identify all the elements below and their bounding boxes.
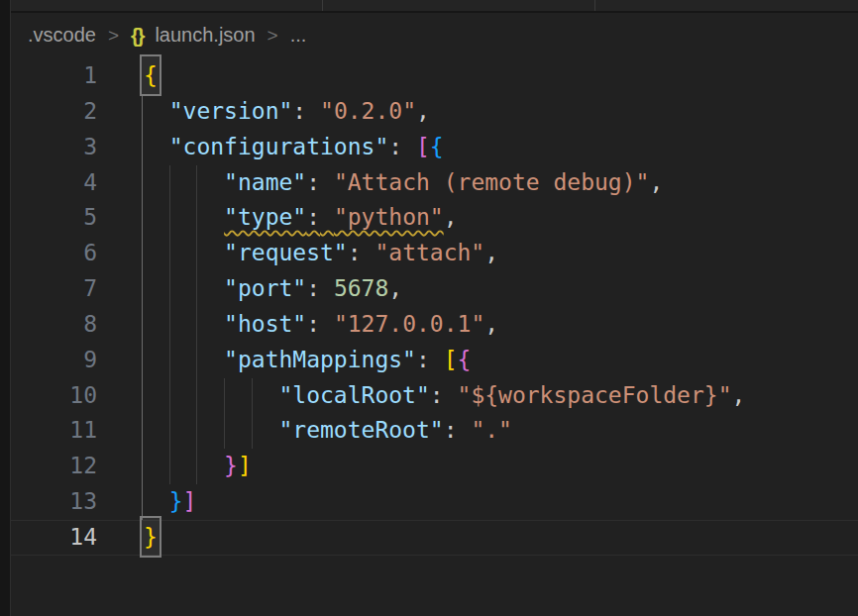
token [142, 98, 169, 124]
token [320, 169, 334, 195]
bracket-match: { [142, 56, 160, 94]
code-line[interactable]: 11 "remoteRoot": "." [11, 413, 858, 449]
token: : [306, 169, 320, 195]
line-number[interactable]: 6 [11, 236, 97, 271]
code-text: "request": "attach", [142, 236, 498, 271]
token: : [430, 382, 444, 408]
token: "type" [224, 204, 306, 230]
token: 5678 [334, 275, 388, 301]
token: , [484, 240, 498, 265]
code-text: "name": "Attach (remote debug)", [142, 165, 663, 201]
json-braces-icon: {} [131, 24, 143, 48]
token: , [416, 98, 430, 124]
chevron-right-icon: > [268, 25, 278, 47]
code-line[interactable]: 4 "name": "Attach (remote debug)", [11, 165, 858, 201]
line-number[interactable]: 2 [11, 94, 97, 130]
token: } [169, 488, 183, 514]
token: , [484, 311, 498, 337]
line-number[interactable]: 4 [11, 165, 97, 201]
breadcrumb: .vscode > {} launch.json > ... [11, 13, 858, 57]
breadcrumb-folder[interactable]: .vscode [28, 24, 96, 47]
token: "Attach (remote debug)" [334, 169, 650, 195]
line-number[interactable]: 3 [11, 130, 97, 165]
code-line[interactable]: 14} [11, 520, 858, 556]
tab-bar [0, 0, 858, 13]
token: [ [444, 347, 458, 372]
token [142, 417, 278, 443]
code-text: } [142, 520, 160, 556]
tab[interactable] [595, 0, 858, 11]
code-text: { [142, 58, 160, 94]
code-line[interactable]: 8 "host": "127.0.0.1", [11, 307, 858, 343]
code-text: "type": "python", [142, 200, 458, 236]
token: "name" [224, 169, 306, 195]
code-text: "pathMappings": [{ [142, 343, 471, 378]
token [402, 134, 416, 159]
token: "python" [334, 204, 444, 230]
code-text: "version": "0.2.0", [142, 94, 430, 130]
token [362, 240, 375, 265]
code-line[interactable]: 10 "localRoot": "${workspaceFolder}", [11, 378, 858, 414]
token [320, 275, 334, 301]
token [142, 169, 224, 195]
code-line[interactable]: 1{ [11, 58, 858, 94]
token: : [306, 311, 320, 337]
token: "127.0.0.1" [334, 311, 484, 337]
code-line[interactable]: 6 "request": "attach", [11, 236, 858, 271]
token [306, 98, 320, 124]
token [444, 382, 458, 408]
code-line[interactable]: 12 }] [11, 449, 858, 484]
line-number[interactable]: 5 [11, 200, 97, 236]
token: , [649, 169, 663, 195]
line-number[interactable]: 11 [11, 413, 97, 449]
chevron-right-icon: > [108, 25, 119, 47]
line-number[interactable]: 7 [11, 271, 97, 307]
token [142, 240, 224, 265]
line-number[interactable]: 10 [11, 378, 97, 414]
code-line[interactable]: 2 "version": "0.2.0", [11, 94, 858, 130]
token [142, 134, 169, 159]
token: } [224, 453, 238, 478]
code-line[interactable]: 5 "type": "python", [11, 200, 858, 236]
token: "version" [169, 98, 293, 124]
token [142, 382, 278, 408]
breadcrumb-symbol-ellipsis[interactable]: ... [290, 24, 307, 47]
tab[interactable] [323, 0, 594, 11]
line-number[interactable]: 14 [11, 520, 97, 556]
line-number[interactable]: 1 [11, 58, 97, 94]
line-number[interactable]: 8 [11, 307, 97, 343]
code-line[interactable]: 3 "configurations": [{ [11, 130, 858, 165]
tab-separator [594, 0, 595, 11]
code-line[interactable]: 9 "pathMappings": [{ [11, 343, 858, 378]
token: , [444, 204, 458, 230]
token: "." [471, 417, 512, 443]
line-number[interactable]: 12 [11, 449, 97, 484]
token [320, 204, 334, 230]
token: , [388, 275, 402, 301]
code-text: "localRoot": "${workspaceFolder}", [142, 378, 745, 414]
token: : [388, 134, 402, 159]
code-text: }] [142, 484, 196, 520]
code-line[interactable]: 7 "port": 5678, [11, 271, 858, 307]
line-number[interactable]: 13 [11, 484, 97, 520]
line-number[interactable]: 9 [11, 343, 97, 378]
token: ] [183, 488, 197, 514]
code-text: "remoteRoot": "." [142, 413, 512, 449]
token [142, 453, 224, 478]
token: "pathMappings" [224, 347, 416, 372]
token [430, 347, 444, 372]
token: "remoteRoot" [278, 417, 443, 443]
token: , [731, 382, 745, 408]
breadcrumb-file[interactable]: launch.json [155, 24, 255, 47]
token: : [444, 417, 458, 443]
editor: 1{2 "version": "0.2.0",3 "configurations… [11, 58, 858, 556]
warning-squiggle: "type": "python" [224, 204, 444, 230]
tab[interactable] [0, 0, 322, 11]
token [142, 347, 224, 372]
token [320, 311, 334, 337]
token [142, 488, 169, 514]
token: "port" [224, 275, 306, 301]
code-text: "configurations": [{ [142, 130, 444, 165]
code-text: "host": "127.0.0.1", [142, 307, 498, 343]
code-line[interactable]: 13 }] [11, 484, 858, 520]
